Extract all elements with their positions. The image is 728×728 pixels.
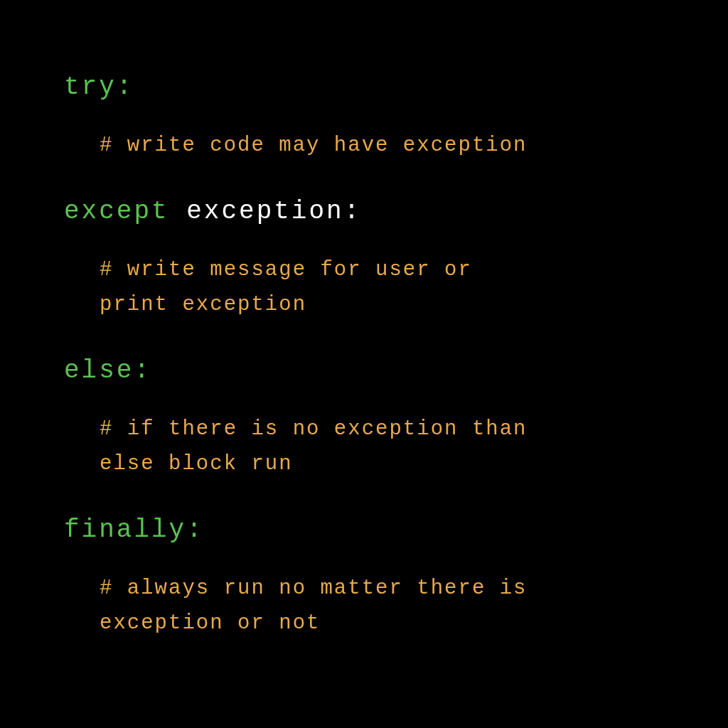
else-keyword: else: — [64, 356, 151, 385]
else-line: else: — [64, 355, 664, 388]
except-comment-line2: print exception — [64, 291, 664, 320]
try-comment: # write code may have exception — [64, 132, 664, 161]
except-line: except exception: — [64, 196, 664, 229]
code-snippet: try: # write code may have exception exc… — [64, 71, 664, 638]
finally-comment-line2: exception or not — [64, 609, 664, 638]
exception-identifier: exception: — [169, 197, 362, 226]
finally-line: finally: — [64, 514, 664, 547]
else-comment-line2: else block run — [64, 450, 664, 479]
else-comment-line1: # if there is no exception than — [64, 415, 664, 444]
try-keyword: try: — [64, 73, 134, 102]
except-keyword: except — [64, 197, 169, 226]
except-comment-line1: # write message for user or — [64, 256, 664, 285]
finally-comment-line1: # always run no matter there is — [64, 574, 664, 604]
try-line: try: — [64, 71, 664, 105]
finally-keyword: finally: — [64, 515, 204, 545]
